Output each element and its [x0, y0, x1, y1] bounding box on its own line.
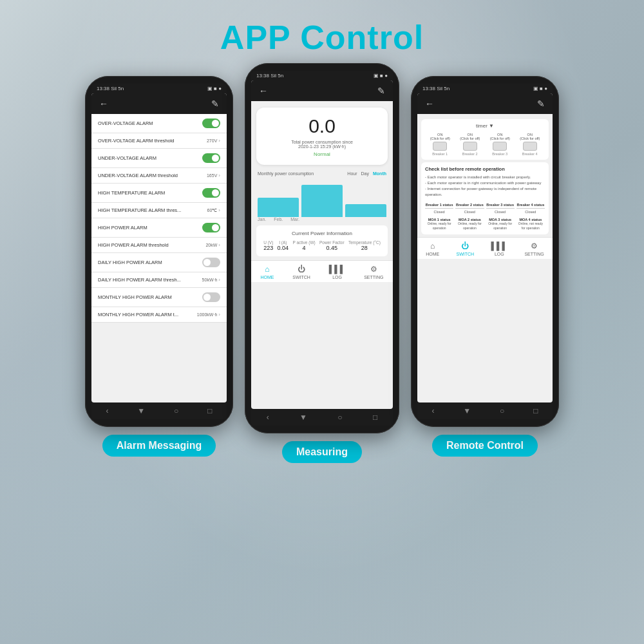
toggle-2[interactable]	[202, 153, 220, 163]
right-switch-icon: ⏻	[461, 242, 469, 251]
nav-log[interactable]: ▌▌▌ LOG	[329, 265, 346, 279]
timer-label[interactable]: timer ▼	[425, 123, 545, 129]
toggle-10[interactable]	[202, 292, 220, 302]
toggle-8[interactable]	[202, 258, 220, 267]
breaker-1[interactable]: ON(Click for off) Breaker 1	[430, 133, 450, 156]
chart-months: Jan. Feb. Mar.	[251, 217, 393, 222]
circle-btn-r[interactable]: ○	[500, 406, 504, 415]
moa-section: MOA 1 status Online, ready for operation…	[425, 218, 545, 231]
nav-setting[interactable]: ⚙ SETTING	[364, 265, 383, 279]
center-phone-label: Measuring	[282, 441, 362, 463]
left-back-icon[interactable]: ←	[99, 99, 108, 109]
left-edit-icon[interactable]: ✎	[211, 99, 219, 109]
breaker-switch-2[interactable]	[463, 142, 477, 151]
time-tabs[interactable]: Hour Day Month	[347, 171, 386, 176]
toggle-4[interactable]	[202, 188, 220, 198]
alarm-value-8[interactable]	[202, 258, 220, 267]
right-home-icon: ⌂	[430, 242, 435, 251]
breaker-4[interactable]: ON(Click for off) Breaker 4	[520, 133, 540, 156]
alarm-value-3: 165V›	[207, 173, 220, 178]
tab-hour[interactable]: Hour	[347, 171, 357, 176]
alarm-item-5: HIGH TEMPERATURE ALARM thres...60℃›	[91, 203, 227, 218]
square-btn[interactable]: □	[207, 406, 212, 415]
circle-btn[interactable]: ○	[174, 406, 178, 415]
breaker-switch-3[interactable]	[493, 142, 507, 151]
page-content: APP Control 13:38 Sil 5n ▣ ■ ● ← ✎	[0, 0, 644, 644]
breaker-status-grid: Breaker 1 status Closed Breaker 2 status…	[425, 203, 545, 214]
alarm-label-1: OVER-VOLTAGE ALARM threshold	[98, 138, 175, 144]
right-nav-log[interactable]: ▌▌▌ LOG	[491, 242, 508, 256]
breaker-switch-1[interactable]	[433, 142, 447, 151]
center-bottom-nav: ⌂ HOME ⏻ SWITCH ▌▌▌ LOG ⚙	[251, 260, 393, 282]
alarm-item-7: HIGH POWER ALARM threshold20kW›	[91, 238, 227, 253]
center-back-icon[interactable]: ←	[259, 86, 268, 96]
col-temp: Temperature (°C) 28	[348, 240, 381, 251]
back-btn[interactable]: ‹	[106, 406, 108, 415]
back-btn-c[interactable]: ‹	[267, 413, 269, 422]
center-status-bar: 13:38 Sil 5n ▣ ■ ●	[251, 71, 393, 80]
nav-home[interactable]: ⌂ HOME	[260, 265, 274, 279]
toggle-6[interactable]	[202, 223, 220, 232]
breaker-row: ON(Click for off) Breaker 1 ON(Click for…	[425, 133, 545, 156]
chevron-3: ›	[218, 173, 220, 178]
right-edit-icon[interactable]: ✎	[537, 99, 545, 109]
alarm-item-6: HIGH POWER ALARM	[91, 218, 227, 238]
bar-feb	[301, 185, 343, 217]
alarm-value-10[interactable]	[202, 292, 220, 302]
checklist-title: Check list before remote operation	[425, 166, 545, 172]
right-status-bar: 13:38 Sil 5n ▣ ■ ●	[417, 84, 553, 93]
alarm-label-8: DAILY HIGH POWER ALARM	[98, 260, 162, 265]
alarm-item-8: DAILY HIGH POWER ALARM	[91, 253, 227, 272]
alarm-value-11: 1000kW·h›	[197, 312, 220, 317]
col-power: P active (W) 4	[292, 240, 315, 251]
left-status-icons: ▣ ■ ●	[207, 86, 222, 91]
right-phone-wrapper: 13:38 Sil 5n ▣ ■ ● ← ✎ timer ▼	[411, 76, 559, 457]
alarm-item-1: OVER-VOLTAGE ALARM threshold270V›	[91, 133, 227, 149]
checklist-3: - Internet connection for power gateway …	[425, 186, 545, 198]
alarm-value-2[interactable]	[202, 153, 220, 163]
nav-switch[interactable]: ⏻ SWITCH	[292, 265, 310, 279]
center-status-icons: ▣ ■ ●	[374, 73, 388, 79]
triangle-btn[interactable]: ▼	[137, 406, 145, 415]
breaker-switch-4[interactable]	[523, 142, 537, 151]
left-app-header: ← ✎	[91, 93, 227, 114]
back-btn-r[interactable]: ‹	[431, 406, 434, 415]
right-nav-setting[interactable]: ⚙ SETTING	[524, 242, 544, 256]
right-nav-home[interactable]: ⌂ HOME	[426, 242, 439, 256]
right-nav-switch[interactable]: ⏻ SWITCH	[457, 242, 475, 256]
power-info-table: Current Power Information U (V) 223 I (A…	[256, 225, 388, 256]
breaker-3[interactable]: ON(Click for off) Breaker 3	[490, 133, 510, 156]
col-voltage: U (V) 223	[263, 240, 273, 251]
triangle-btn-c[interactable]: ▼	[299, 413, 307, 422]
alarm-value-6[interactable]	[202, 223, 220, 232]
alarm-label-5: HIGH TEMPERATURE ALARM thres...	[98, 207, 181, 213]
page-title: APP Control	[220, 18, 424, 57]
b1-status: Breaker 1 status Closed	[425, 203, 453, 214]
setting-icon: ⚙	[370, 265, 377, 274]
alarm-value-4[interactable]	[202, 188, 220, 198]
center-phone-bottom: ‹ ▼ ○ □	[251, 409, 393, 426]
home-icon: ⌂	[265, 265, 269, 274]
circle-btn-c[interactable]: ○	[337, 413, 342, 422]
square-btn-r[interactable]: □	[533, 406, 538, 415]
monthly-label: Monthly power consumption	[258, 171, 314, 176]
triangle-btn-r[interactable]: ▼	[463, 406, 471, 415]
toggle-0[interactable]	[202, 118, 220, 128]
alarm-value-7: 20kW›	[205, 242, 220, 248]
right-back-icon[interactable]: ←	[425, 99, 434, 109]
square-btn-c[interactable]: □	[373, 413, 377, 422]
right-log-icon: ▌▌▌	[491, 242, 508, 251]
center-edit-icon[interactable]: ✎	[377, 86, 385, 96]
checklist-2: - Each motor operator is in right commun…	[425, 180, 545, 186]
bar-chart	[251, 178, 393, 217]
alarm-label-3: UNDER-VOLTAGE ALARM threshold	[98, 173, 178, 178]
left-phone: 13:38 Sil 5n ▣ ■ ● ← ✎ OVER-VOLTAGE ALAR…	[85, 76, 233, 427]
breaker-2[interactable]: ON(Click for off) Breaker 2	[460, 133, 480, 156]
moa3: MOA 3 status Online, ready for operation	[486, 218, 515, 231]
alarm-value-0[interactable]	[202, 118, 220, 128]
tab-day[interactable]: Day	[361, 171, 369, 176]
alarm-label-7: HIGH POWER ALARM threshold	[98, 242, 169, 248]
tab-month[interactable]: Month	[373, 171, 386, 176]
center-app-header: ← ✎	[251, 80, 393, 101]
right-app-header: ← ✎	[417, 93, 553, 114]
